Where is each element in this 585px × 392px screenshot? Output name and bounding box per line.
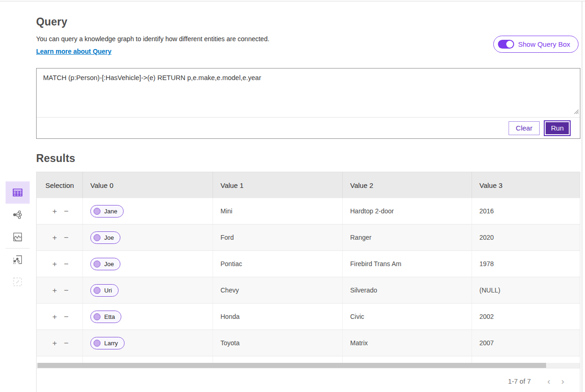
table-row: + − Etta Honda Civic 2002 xyxy=(37,304,580,330)
query-panel: Query You can query a knowledge graph to… xyxy=(36,0,580,392)
entity-name: Etta xyxy=(104,313,115,320)
value2-cell: Civic xyxy=(343,304,472,330)
entity-pill[interactable]: Joe xyxy=(90,231,120,244)
table-footer: 1-7 of 7 ‹ › xyxy=(37,368,580,392)
dashed-square-icon xyxy=(13,277,22,286)
value3-cell: 2020 xyxy=(472,224,580,250)
learn-more-link[interactable]: Learn more about Query xyxy=(36,48,112,55)
table-row: + − Joe Ford Ranger 2020 xyxy=(37,224,580,251)
table-icon xyxy=(13,188,23,197)
map-icon xyxy=(13,232,22,242)
value2-cell: Hardtop 2-door xyxy=(343,198,472,224)
remove-from-selection-button[interactable]: − xyxy=(64,207,69,215)
remove-from-selection-button[interactable]: − xyxy=(64,286,69,294)
selection-cell: + − xyxy=(37,198,83,224)
value3-cell: 2007 xyxy=(472,330,580,356)
entity-dot-icon xyxy=(94,234,101,241)
entity-name: Uri xyxy=(104,287,112,294)
entity-pill[interactable]: Jane xyxy=(90,205,124,218)
add-to-selection-button[interactable]: + xyxy=(52,234,57,242)
value2-cell: Ranger xyxy=(343,224,472,250)
horizontal-scrollbar-thumb[interactable] xyxy=(38,363,546,368)
results-title: Results xyxy=(36,152,580,165)
query-box: MATCH (p:Person)-[:HasVehicle]->(e) RETU… xyxy=(36,68,580,139)
sidebar-item-map-view[interactable] xyxy=(6,226,30,248)
add-to-selection-button[interactable]: + xyxy=(52,260,57,268)
entity-cell xyxy=(83,356,213,363)
entity-pill[interactable]: Uri xyxy=(90,284,119,297)
horizontal-scrollbar[interactable] xyxy=(37,363,580,368)
value1-cell xyxy=(213,356,343,363)
table-row: + − Uri Chevy Silverado (NULL) xyxy=(37,277,580,304)
entity-name: Jane xyxy=(104,208,117,215)
column-header-value3: Value 3 xyxy=(472,172,580,198)
link-chart-icon xyxy=(13,210,23,219)
value1-cell: Chevy xyxy=(213,277,343,303)
selection-cell: + − xyxy=(37,224,83,250)
value1-cell: Mini xyxy=(213,198,343,224)
table-row: + − xyxy=(37,356,580,363)
right-panel-divider xyxy=(582,1,582,392)
value3-cell: 2002 xyxy=(472,304,580,330)
add-to-selection-button[interactable]: + xyxy=(52,339,57,347)
map-overlay-icon xyxy=(13,255,22,264)
value2-cell: Silverado xyxy=(343,277,472,303)
add-to-selection-button[interactable]: + xyxy=(52,207,57,215)
value2-cell xyxy=(343,356,472,363)
remove-from-selection-button[interactable]: − xyxy=(64,313,69,321)
entity-name: Joe xyxy=(104,234,114,241)
value2-cell: Matrix xyxy=(343,330,472,356)
table-header-row: Selection Value 0 Value 1 Value 2 Value … xyxy=(37,172,580,198)
table-row: + − Larry Toyota Matrix 2007 xyxy=(37,330,580,356)
add-to-selection-button[interactable]: + xyxy=(52,286,57,294)
entity-pill[interactable]: Etta xyxy=(90,311,121,323)
entity-pill[interactable]: Joe xyxy=(90,258,120,270)
table-row: + − Jane Mini Hardtop 2-door 2016 xyxy=(37,198,580,224)
entity-cell: Joe xyxy=(83,251,213,277)
entity-name: Larry xyxy=(104,340,118,347)
column-header-value2: Value 2 xyxy=(343,172,472,198)
entity-name: Joe xyxy=(104,261,114,268)
page-title: Query xyxy=(36,16,580,28)
results-table: Selection Value 0 Value 1 Value 2 Value … xyxy=(36,172,580,392)
resize-handle-icon[interactable] xyxy=(574,108,579,116)
entity-dot-icon xyxy=(94,261,101,268)
sidebar-item-map-overlay-view[interactable] xyxy=(6,249,30,271)
query-page: Query You can query a knowledge graph to… xyxy=(0,0,585,392)
toggle-switch-icon[interactable] xyxy=(498,40,514,49)
entity-dot-icon xyxy=(94,287,101,294)
selection-cell: + − xyxy=(37,356,83,363)
toggle-label: Show Query Box xyxy=(518,40,570,48)
remove-from-selection-button[interactable]: − xyxy=(64,234,69,242)
add-to-selection-button[interactable]: + xyxy=(52,313,57,321)
pagination-range: 1-7 of 7 xyxy=(508,378,531,385)
remove-from-selection-button[interactable]: − xyxy=(64,339,69,347)
column-header-value0: Value 0 xyxy=(83,172,213,198)
entity-dot-icon xyxy=(94,313,101,320)
view-switcher-sidebar xyxy=(6,181,30,293)
sidebar-item-link-chart-view[interactable] xyxy=(6,204,30,226)
entity-dot-icon xyxy=(94,340,101,347)
sidebar-item-table-view[interactable] xyxy=(6,181,30,204)
entity-pill[interactable]: Larry xyxy=(90,337,125,349)
table-row: + − Joe Pontiac Firebird Trans Am 1978 xyxy=(37,251,580,277)
next-page-button[interactable]: › xyxy=(556,376,570,386)
value1-cell: Honda xyxy=(213,304,343,330)
entity-cell: Joe xyxy=(83,224,213,250)
column-header-selection: Selection xyxy=(37,172,83,198)
entity-cell: Uri xyxy=(83,277,213,303)
selection-cell: + − xyxy=(37,277,83,303)
table-body: + − Jane Mini Hardtop 2-door 2016 + − Jo… xyxy=(37,198,580,363)
run-button[interactable]: Run xyxy=(544,120,571,136)
selection-cell: + − xyxy=(37,304,83,330)
value1-cell: Ford xyxy=(213,224,343,250)
clear-button[interactable]: Clear xyxy=(509,121,540,135)
query-input[interactable]: MATCH (p:Person)-[:HasVehicle]->(e) RETU… xyxy=(37,68,580,117)
remove-from-selection-button[interactable]: − xyxy=(64,260,69,268)
value3-cell: (NULL) xyxy=(472,277,580,303)
value3-cell xyxy=(472,356,580,363)
previous-page-button[interactable]: ‹ xyxy=(542,376,556,386)
show-query-box-toggle[interactable]: Show Query Box xyxy=(493,36,579,53)
entity-cell: Jane xyxy=(83,198,213,224)
sidebar-item-new-view-disabled xyxy=(6,271,30,293)
